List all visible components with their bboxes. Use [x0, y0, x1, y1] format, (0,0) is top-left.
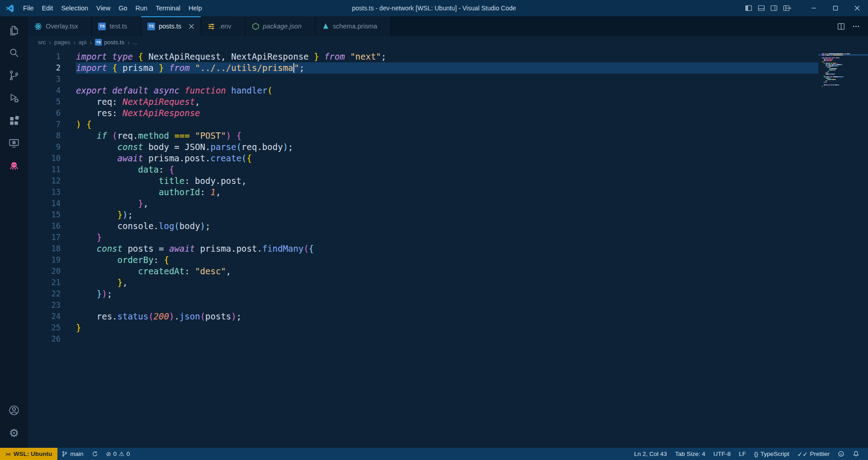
- code-line[interactable]: res: NextApiResponse: [76, 108, 818, 119]
- line-number[interactable]: 2: [28, 62, 61, 74]
- line-number[interactable]: 23: [28, 300, 61, 311]
- line-number[interactable]: 22: [28, 288, 61, 300]
- problems-indicator[interactable]: ⊘ 0 ⚠ 0: [102, 451, 134, 457]
- line-number[interactable]: 25: [28, 322, 61, 333]
- code-line[interactable]: orderBy: {: [76, 254, 818, 266]
- code-line[interactable]: import type { NextApiRequest, NextApiRes…: [76, 51, 818, 62]
- toggle-sidebar-icon[interactable]: [745, 5, 752, 12]
- code-line[interactable]: if (req.method === "POST") {: [76, 130, 818, 141]
- code-line[interactable]: const posts = await prisma.post.findMany…: [76, 243, 818, 254]
- feedback-button[interactable]: [834, 451, 849, 457]
- line-number[interactable]: 21: [28, 277, 61, 288]
- line-number[interactable]: 10: [28, 153, 61, 164]
- code-line[interactable]: });: [76, 288, 818, 300]
- sync-button[interactable]: [88, 451, 102, 457]
- activity-search[interactable]: [0, 42, 28, 64]
- breadcrumb-item-api[interactable]: api: [79, 39, 86, 46]
- code-line[interactable]: },: [76, 198, 818, 209]
- activity-extensions[interactable]: [0, 109, 28, 132]
- split-editor-icon[interactable]: [837, 23, 845, 30]
- activity-source-control[interactable]: [0, 64, 28, 87]
- code-line[interactable]: [76, 300, 818, 311]
- close-button[interactable]: [846, 0, 868, 16]
- line-number[interactable]: 26: [28, 333, 61, 345]
- code-line[interactable]: }: [76, 322, 818, 333]
- line-number[interactable]: 1: [28, 51, 61, 62]
- cursor-position[interactable]: Ln 2, Col 43: [630, 451, 671, 457]
- activity-accounts[interactable]: [0, 399, 28, 422]
- line-number[interactable]: 8: [28, 130, 61, 141]
- line-number[interactable]: 9: [28, 141, 61, 153]
- breadcrumb-item-symbol[interactable]: ...: [133, 39, 138, 46]
- code-line[interactable]: data: {: [76, 164, 818, 175]
- menu-item-edit[interactable]: Edit: [38, 0, 57, 16]
- toggle-panel-icon[interactable]: [758, 5, 765, 12]
- line-number[interactable]: 12: [28, 175, 61, 187]
- line-number[interactable]: 6: [28, 108, 61, 119]
- code-line[interactable]: [76, 333, 818, 345]
- customize-layout-icon[interactable]: [783, 5, 791, 12]
- code-line[interactable]: req: NextApiRequest,: [76, 96, 818, 108]
- branch-indicator[interactable]: main: [57, 451, 87, 457]
- code-line[interactable]: title: body.post,: [76, 175, 818, 187]
- line-number[interactable]: 17: [28, 232, 61, 243]
- breadcrumb-item-pages[interactable]: pages: [54, 39, 70, 46]
- code-line[interactable]: res.status(200).json(posts);: [76, 311, 818, 322]
- notifications-button[interactable]: [849, 451, 863, 457]
- menu-item-run[interactable]: Run: [132, 0, 152, 16]
- activity-settings[interactable]: ⚙: [0, 422, 28, 444]
- menu-item-selection[interactable]: Selection: [57, 0, 92, 16]
- code-line[interactable]: createdAt: "desc",: [76, 266, 818, 277]
- more-actions-icon[interactable]: [852, 23, 860, 30]
- menu-item-file[interactable]: File: [19, 0, 38, 16]
- breadcrumb-item-file[interactable]: TS posts.ts: [95, 39, 124, 46]
- line-number[interactable]: 20: [28, 266, 61, 277]
- line-number[interactable]: 5: [28, 96, 61, 108]
- line-number[interactable]: 14: [28, 198, 61, 209]
- code-line[interactable]: export default async function handler(: [76, 85, 818, 96]
- line-number[interactable]: 4: [28, 85, 61, 96]
- line-number[interactable]: 19: [28, 254, 61, 266]
- maximize-button[interactable]: [825, 0, 846, 16]
- minimize-button[interactable]: [803, 0, 825, 16]
- code-line[interactable]: console.log(body);: [76, 221, 818, 232]
- tab-posts-ts[interactable]: TS posts.ts: [141, 16, 201, 36]
- formatter-status[interactable]: ✓✓ Prettier: [793, 451, 834, 458]
- remote-indicator[interactable]: >< WSL: Ubuntu: [0, 448, 57, 460]
- menu-item-terminal[interactable]: Terminal: [151, 0, 184, 16]
- code-line[interactable]: import { prisma } from "../../utils/pris…: [76, 62, 818, 74]
- code-line[interactable]: authorId: 1,: [76, 187, 818, 198]
- tab-close-icon[interactable]: [189, 23, 194, 29]
- code-line[interactable]: const body = JSON.parse(req.body);: [76, 141, 818, 153]
- line-number[interactable]: 16: [28, 221, 61, 232]
- encoding[interactable]: UTF-8: [709, 451, 735, 457]
- activity-octopus-extension[interactable]: [0, 155, 28, 177]
- tab-package-json[interactable]: package.json: [245, 16, 316, 36]
- line-number[interactable]: 7: [28, 119, 61, 130]
- activity-run-debug[interactable]: [0, 87, 28, 109]
- tab-schema-prisma[interactable]: schema.prisma: [316, 16, 391, 36]
- code-line[interactable]: },: [76, 277, 818, 288]
- line-number[interactable]: 18: [28, 243, 61, 254]
- code-line[interactable]: });: [76, 209, 818, 221]
- activity-explorer[interactable]: [0, 19, 28, 42]
- code-lines[interactable]: import type { NextApiRequest, NextApiRes…: [61, 48, 818, 448]
- tab-env[interactable]: .env: [201, 16, 245, 36]
- line-number[interactable]: 15: [28, 209, 61, 221]
- code-line[interactable]: await prisma.post.create({: [76, 153, 818, 164]
- activity-remote-explorer[interactable]: [0, 132, 28, 155]
- line-number[interactable]: 11: [28, 164, 61, 175]
- code-line[interactable]: }: [76, 232, 818, 243]
- menu-item-view[interactable]: View: [92, 0, 114, 16]
- minimap[interactable]: [818, 48, 868, 448]
- menu-item-help[interactable]: Help: [184, 0, 206, 16]
- toggle-secondary-sidebar-icon[interactable]: [770, 5, 778, 12]
- code-line[interactable]: [76, 74, 818, 85]
- breadcrumb-item-src[interactable]: src: [38, 39, 46, 46]
- line-number[interactable]: 24: [28, 311, 61, 322]
- line-number[interactable]: 13: [28, 187, 61, 198]
- eol-sequence[interactable]: LF: [735, 451, 750, 457]
- tab-test-ts[interactable]: TS test.ts: [92, 16, 141, 36]
- tab-overlay-tsx[interactable]: Overlay.tsx: [28, 16, 92, 36]
- line-number[interactable]: 3: [28, 74, 61, 85]
